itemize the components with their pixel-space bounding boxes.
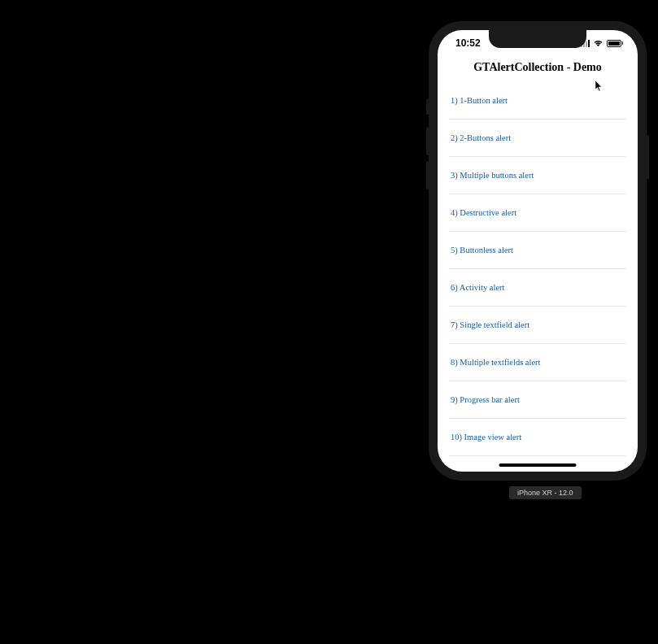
list-item-label: 1) 1-Button alert [451,96,625,105]
list-item-multiple-textfields-alert[interactable]: 8) Multiple textfields alert [449,344,626,381]
list-item-1-button-alert[interactable]: 1) 1-Button alert [449,82,626,120]
list-item-label: 5) Buttonless alert [451,246,625,255]
list-item-label: 6) Activity alert [451,283,625,292]
list-item-image-view-alert[interactable]: 10) Image view alert [449,419,626,456]
list-item-label: 8) Multiple textfields alert [451,358,625,367]
page-title: GTAlertCollection - Demo [438,56,638,82]
battery-icon [607,40,624,47]
list-item-multiple-buttons-alert[interactable]: 3) Multiple buttons alert [449,157,626,194]
simulator-device-label: iPhone XR - 12.0 [509,486,582,499]
list-item-label: 9) Progress bar alert [451,395,625,404]
home-indicator[interactable] [499,463,577,467]
side-button [426,161,429,189]
list-item-activity-alert[interactable]: 6) Activity alert [449,269,626,307]
side-button [426,127,429,155]
list-item-label: 4) Destructive alert [451,208,625,217]
list-item-label: 7) Single textfield alert [451,320,625,329]
alert-list[interactable]: 1) 1-Button alert 2) 2-Buttons alert 3) … [438,82,638,456]
list-item-destructive-alert[interactable]: 4) Destructive alert [449,194,626,232]
status-time: 10:52 [455,37,481,49]
list-item-label: 10) Image view alert [451,433,625,442]
list-item-label: 3) Multiple buttons alert [451,171,625,180]
list-item-buttonless-alert[interactable]: 5) Buttonless alert [449,232,626,269]
status-icons [581,39,624,47]
list-item-2-buttons-alert[interactable]: 2) 2-Buttons alert [449,120,626,157]
wifi-icon [593,39,604,47]
side-button [426,98,429,115]
list-item-label: 2) 2-Buttons alert [451,133,625,142]
device-notch [489,30,586,48]
list-item-single-textfield-alert[interactable]: 7) Single textfield alert [449,307,626,344]
list-item-progress-bar-alert[interactable]: 9) Progress bar alert [449,381,626,419]
device-frame: 10:52 GTAlertColl [429,21,647,481]
device-screen: 10:52 GTAlertColl [438,30,638,472]
side-button [647,135,649,180]
